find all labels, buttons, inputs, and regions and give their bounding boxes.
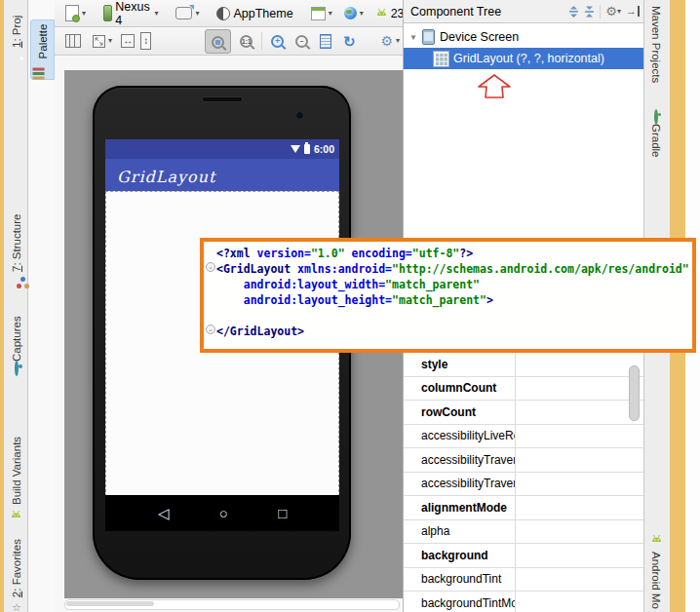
property-value[interactable] bbox=[515, 568, 643, 592]
activity-icon bbox=[311, 7, 326, 20]
refresh-button[interactable]: ↻ bbox=[340, 32, 359, 51]
panel-settings-button[interactable]: ⚙ ▾ bbox=[605, 5, 621, 18]
activity-selector[interactable]: ▾ bbox=[308, 5, 335, 22]
xml-popup: ⌄ ⌄ <?xml version="1.0" encoding="utf-8"… bbox=[200, 238, 696, 353]
recents-icon[interactable]: □ bbox=[278, 506, 287, 520]
property-name: columnCount bbox=[404, 381, 515, 395]
stretch-vertical-button[interactable]: ↕ bbox=[140, 32, 151, 50]
xml-code-line: android:layout_width="match_parent" bbox=[216, 277, 690, 292]
chevron-down-icon: ▾ bbox=[154, 10, 158, 18]
property-value[interactable] bbox=[515, 377, 643, 401]
document-icon bbox=[320, 34, 331, 49]
horizontal-arrow-icon: ↔ bbox=[123, 36, 133, 46]
horizontal-scrollbar-thumb[interactable] bbox=[66, 601, 154, 606]
property-value[interactable] bbox=[515, 520, 643, 544]
collapse-triangle-icon[interactable]: ▼ bbox=[409, 33, 417, 42]
property-value[interactable] bbox=[515, 473, 643, 496]
palette-icon bbox=[33, 68, 45, 71]
toolwindow-tab-android-mo[interactable]: Android Mo bbox=[645, 534, 668, 612]
toolwindow-tab-maven-projects[interactable]: Maven Projects bbox=[645, 6, 668, 97]
chevron-down-icon: ▾ bbox=[195, 10, 199, 18]
zoom-in-button[interactable]: + bbox=[268, 33, 287, 50]
vertical-scrollbar-thumb[interactable] bbox=[629, 365, 640, 421]
chevron-down-icon: ▾ bbox=[108, 37, 112, 45]
toolwindow-tab-build-variants[interactable]: Build Variants bbox=[5, 419, 27, 522]
designer-settings-button[interactable]: ⚙ ▾ bbox=[377, 32, 403, 50]
configuration-icon bbox=[65, 5, 79, 21]
configuration-button[interactable]: ▾ bbox=[62, 3, 89, 23]
status-time: 6:00 bbox=[314, 143, 334, 155]
tree-row-device-screen[interactable]: ▼ Device Screen bbox=[404, 26, 643, 48]
property-row[interactable]: rowCount bbox=[404, 401, 643, 425]
property-row[interactable]: background bbox=[404, 544, 643, 568]
stretch-horizontal-button[interactable]: ↔ bbox=[121, 34, 135, 48]
property-row[interactable]: alpha bbox=[404, 520, 643, 545]
toolwindow-tab-7---structure[interactable]: 7: Structure bbox=[5, 185, 27, 277]
toolwindow-tab-1---proj[interactable]: 1: Proj bbox=[5, 0, 27, 53]
device-screen-icon bbox=[422, 29, 435, 45]
xml-code-line: </GridLayout> bbox=[216, 324, 690, 339]
expand-to-fit-button[interactable]: ▾ bbox=[90, 33, 115, 50]
refresh-icon: ↻ bbox=[343, 34, 356, 49]
tab-label: 1: Proj bbox=[11, 16, 22, 48]
device-selector[interactable]: Nexus 4 ▾ bbox=[100, 0, 161, 29]
property-row[interactable]: style bbox=[404, 353, 643, 377]
collapse-all-button[interactable] bbox=[584, 6, 595, 18]
property-value[interactable] bbox=[515, 448, 643, 472]
chevron-down-icon: ▾ bbox=[360, 10, 364, 18]
expand-all-button[interactable] bbox=[568, 6, 579, 18]
property-name: background bbox=[404, 549, 515, 562]
locale-selector[interactable]: ▾ bbox=[341, 5, 367, 21]
zoom-actual-size-button[interactable]: 1:1 bbox=[237, 33, 255, 50]
wifi-icon bbox=[291, 145, 300, 153]
property-row[interactable]: backgroundTintMode bbox=[404, 592, 643, 612]
hide-panel-icon[interactable]: → bbox=[626, 6, 640, 17]
property-name: backgroundTint bbox=[404, 572, 515, 586]
property-value[interactable] bbox=[515, 592, 643, 612]
panel-title: Component Tree bbox=[410, 5, 564, 19]
android-icon bbox=[375, 8, 388, 19]
properties-table: stylecolumnCountrowCountaccessibilityLiv… bbox=[404, 353, 643, 612]
tab-palette[interactable]: Palette bbox=[30, 19, 55, 80]
horizontal-scrollbar[interactable] bbox=[64, 599, 400, 610]
fold-marker-icon[interactable]: ⌄ bbox=[206, 262, 215, 272]
back-icon[interactable]: ◁ bbox=[158, 506, 170, 520]
property-name: alpha bbox=[404, 524, 515, 538]
property-value[interactable] bbox=[515, 496, 643, 519]
tree-row-gridlayout[interactable]: GridLayout (?, ?, horizontal) bbox=[404, 48, 643, 69]
property-row[interactable]: alignmentMode bbox=[404, 496, 643, 520]
expand-all-icon bbox=[568, 6, 579, 18]
gear-icon: ⚙ bbox=[605, 5, 617, 18]
gear-icon: ⚙ bbox=[380, 34, 393, 48]
home-icon[interactable]: ○ bbox=[219, 506, 228, 520]
earpiece bbox=[202, 96, 243, 102]
zoom-to-fit-button[interactable] bbox=[205, 29, 231, 54]
toolwindow-tab-gradle[interactable]: Gradle bbox=[645, 115, 668, 185]
property-value[interactable] bbox=[515, 425, 643, 448]
property-row[interactable]: columnCount bbox=[404, 377, 643, 402]
fold-marker-icon[interactable]: ⌄ bbox=[206, 325, 215, 334]
show-columns-button[interactable] bbox=[62, 32, 84, 50]
property-row[interactable]: accessibilityLiveRegion bbox=[404, 425, 643, 449]
property-row[interactable]: backgroundTint bbox=[404, 568, 643, 593]
theme-icon bbox=[216, 7, 230, 20]
android-studio-designer: Palette ▾ Nexus 4 ▾ ▾ AppTheme bbox=[0, 0, 700, 612]
theme-selector[interactable]: AppTheme bbox=[214, 5, 295, 22]
zoom-in-icon: + bbox=[271, 35, 284, 48]
chevron-down-icon: ▾ bbox=[329, 10, 332, 18]
collapse-all-icon bbox=[584, 6, 595, 18]
android-icon bbox=[10, 510, 22, 522]
orientation-selector[interactable]: ▾ bbox=[173, 5, 202, 21]
property-value[interactable] bbox=[515, 401, 643, 424]
tree-row-label: Device Screen bbox=[440, 30, 519, 44]
property-value[interactable] bbox=[515, 544, 643, 567]
toolwindow-tab-2---favorites[interactable]: ☆2: Favorites bbox=[5, 524, 27, 612]
front-camera bbox=[295, 111, 304, 120]
preview-xml-button[interactable] bbox=[317, 32, 334, 51]
chevron-down-icon: ▾ bbox=[82, 10, 86, 18]
zoom-out-button[interactable]: − bbox=[292, 33, 311, 50]
property-value[interactable] bbox=[515, 353, 643, 376]
property-row[interactable]: accessibilityTraversalBefore bbox=[404, 473, 643, 497]
property-row[interactable]: accessibilityTraversalAfter bbox=[404, 448, 643, 473]
toolwindow-tab-captures[interactable]: Captures bbox=[5, 288, 27, 370]
